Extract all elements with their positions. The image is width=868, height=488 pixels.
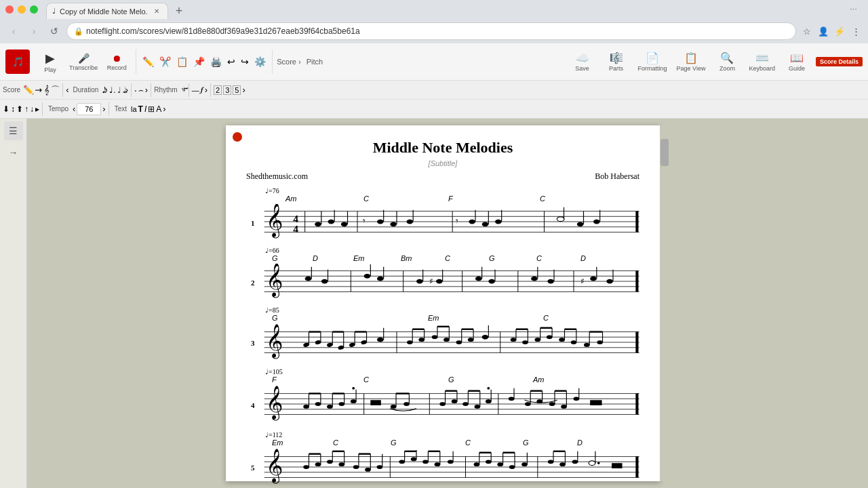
pitch-row-icon3[interactable]: ⬆ [16,104,23,114]
copy-icon[interactable]: 📋 [174,54,190,69]
nav-left-icon[interactable]: ‹ [66,85,68,95]
settings-icon[interactable]: ⚙️ [252,54,268,69]
num-2-icon[interactable]: 2 [214,85,222,95]
extensions-icon[interactable]: ⚡ [833,24,846,38]
pitch-row-icon1[interactable]: ⬇ [3,104,9,114]
play-button[interactable]: ▶ Play [35,47,65,77]
pitch-row-icon6[interactable]: ▸ [35,104,39,114]
traffic-lights[interactable] [5,5,38,14]
note-dotted-8th-icon[interactable]: ♩. [109,85,115,95]
refresh-button[interactable]: ↺ [46,23,62,39]
record-button[interactable]: ⏺ Record [102,47,132,77]
chord-F1: F [448,195,453,203]
italic-icon[interactable]: I [144,104,146,114]
svg-point-12 [328,220,335,224]
minimize-button[interactable] [18,5,26,14]
svg-point-161 [353,387,355,390]
transcribe-button[interactable]: 🎤 Transcribe [66,47,100,77]
guide-button[interactable]: 📖 Guide [782,47,812,77]
svg-point-115 [468,338,474,342]
maximize-button[interactable] [30,5,38,14]
left-panel: ☰ → [0,119,27,488]
formatting-button[interactable]: 📄 Formatting [635,47,670,77]
close-tab-button[interactable]: ✕ [152,7,161,16]
text-la-icon[interactable]: la [131,105,137,113]
dot-icon[interactable]: · [134,85,137,96]
keyboard-button[interactable]: ⌨️ Keyboard [746,47,778,77]
tab-title: Copy of Middle Note Melo... [60,7,148,16]
pitch-row-icon4[interactable]: ↑ [24,104,28,114]
undo-icon[interactable]: ↩ [225,54,237,69]
svg-point-59 [436,279,443,284]
pitch-row-icon5[interactable]: ↓ [30,104,34,114]
parts-button[interactable]: 🎼 Parts [601,47,631,77]
tie-icon[interactable]: ⌢ [138,85,144,95]
scrollbar[interactable] [660,125,669,481]
svg-text:4: 4 [294,213,299,224]
accent-icon[interactable]: — [192,86,199,94]
note-quarter-icon[interactable]: ♩ [117,85,121,95]
close-button[interactable] [5,5,14,14]
save-icon: ☁️ [576,52,589,64]
scissors-icon[interactable]: ✂️ [157,54,173,69]
svg-point-69 [548,279,555,284]
arrow-right-button[interactable]: → [4,143,23,162]
url-bar[interactable]: 🔒 noteflight.com/scores/view/81d8e880df3… [66,22,796,40]
arrow-tool[interactable]: ↗ [33,83,45,96]
tempo-1: ♩=76 [265,187,639,195]
chrome-more-icon[interactable]: ⋮ [849,24,863,38]
svg-point-227 [411,458,417,462]
profile-icon[interactable]: 👤 [816,24,830,38]
svg-point-34 [577,222,584,227]
grid-icon[interactable]: ⊞ [148,104,155,114]
active-tab[interactable]: ♩ Copy of Middle Note Melo... ✕ [46,3,168,19]
pencil-tool[interactable]: ✏️ [23,85,34,95]
staff-svg-2: 𝄞 ♯ [259,264,639,301]
num-5-icon[interactable]: 5 [233,85,241,95]
redo-icon[interactable]: ↪ [239,54,251,69]
tab-favicon: ♩ [52,7,56,16]
svg-point-131 [559,338,566,342]
new-tab-button[interactable]: + [171,3,187,19]
chords-1: Am C F C [265,195,639,204]
dyn-icon[interactable]: 𝆑 [201,85,203,94]
note-8th-icon[interactable]: ♪ [104,85,108,95]
score-details-button[interactable]: Score Details [816,57,863,66]
svg-point-64 [489,279,496,284]
note-beam-tool[interactable]: 𝄞 [44,85,50,96]
text-nav-right[interactable]: › [163,104,165,114]
nav-right2-icon[interactable]: › [145,85,148,95]
page-view-button[interactable]: 📋 Page View [674,47,709,77]
zoom-button[interactable]: 🔍 Zoom [712,47,742,77]
pitch-tab[interactable]: Pitch [307,58,323,66]
svg-point-100 [377,338,384,342]
bookmark-icon[interactable]: ☆ [800,24,814,38]
print-icon[interactable]: 🖨️ [208,54,224,69]
staff-section-1: ♩=76 Am C F C 1 [246,187,639,241]
nav-right4-icon[interactable]: › [242,85,245,95]
app-logo: 🎵 [5,49,30,74]
nav-right3-icon[interactable]: › [205,85,208,95]
title-bar: ♩ Copy of Middle Note Melo... ✕ + ⋯ [0,0,868,19]
back-button[interactable]: ‹ [5,23,22,39]
tempo-input[interactable] [77,103,101,115]
select-tool-icon[interactable]: ✏️ [140,54,156,69]
svg-point-212 [327,460,333,464]
svg-rect-163 [371,400,381,405]
slur-tool[interactable]: ⌒ [51,84,60,96]
tempo-nav-right[interactable]: › [102,104,105,114]
staff-svg-3: 𝄞 [259,323,639,363]
letter-a-icon[interactable]: A [156,104,161,114]
save-button[interactable]: ☁️ Save [568,47,597,77]
forward-button[interactable]: › [26,23,42,39]
svg-text:♯: ♯ [430,277,434,286]
scroll-thumb[interactable] [660,139,669,166]
score-tab[interactable]: Score › [277,58,300,66]
bold-icon[interactable]: T [138,104,143,114]
collapse-panel-button[interactable]: ☰ [4,121,23,140]
tempo-nav-left[interactable]: ‹ [73,104,75,114]
paste-icon[interactable]: 📌 [191,54,207,69]
num-3-icon[interactable]: 3 [223,85,231,95]
pitch-row-icon2[interactable]: ↕ [11,104,15,114]
nav-right-icon[interactable]: › [125,85,128,95]
